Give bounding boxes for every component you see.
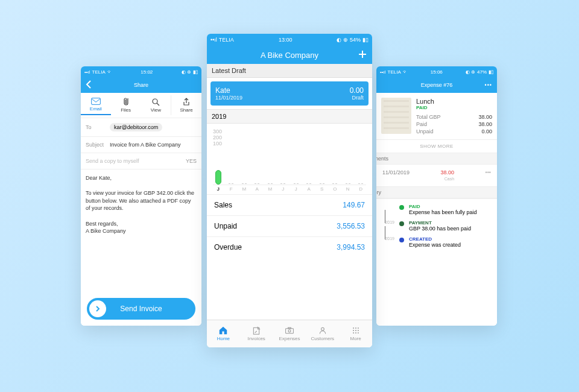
battery-icon: ▮▯ bbox=[362, 37, 369, 43]
svg-line-2 bbox=[157, 103, 159, 106]
screen-title: Expense #76 bbox=[421, 82, 453, 88]
sales-chart: 300 200 100 JFMAMJJASOND bbox=[207, 124, 372, 194]
tab-invoices[interactable]: Invoices bbox=[240, 320, 273, 347]
svg-point-15 bbox=[355, 332, 356, 334]
chart-bar bbox=[265, 148, 276, 185]
share-tabs: Email Files View Share bbox=[81, 93, 201, 118]
tab-email[interactable]: Email bbox=[81, 95, 111, 115]
tab-home[interactable]: Home bbox=[207, 320, 240, 347]
navbar: Share bbox=[81, 77, 201, 93]
add-icon[interactable] bbox=[358, 49, 367, 61]
svg-point-5 bbox=[288, 330, 291, 332]
svg-point-16 bbox=[357, 332, 358, 334]
timeline-item: 2019 PAYMENTGBP 38.00 has been paid bbox=[382, 220, 491, 232]
tab-expenses[interactable]: Expenses bbox=[273, 320, 306, 347]
status-badge: PAID bbox=[416, 105, 492, 110]
status-bar: ••ılTELIAᯤ 15:06 ◐ ⊕47%▮▯ bbox=[376, 66, 497, 77]
status-bar: ••ılTELIAᯤ 15:02 ◐ ⊕▮▯ bbox=[81, 66, 201, 77]
svg-point-8 bbox=[353, 327, 354, 329]
tab-view[interactable]: View bbox=[141, 95, 171, 115]
chart-bar bbox=[226, 148, 237, 185]
timeline-item: 2019 CREATEDExpense was created bbox=[382, 236, 491, 248]
unpaid-row[interactable]: Unpaid 3,556.53 bbox=[207, 215, 372, 236]
sales-row[interactable]: Sales 149.67 bbox=[207, 194, 372, 215]
dot-icon bbox=[399, 221, 404, 226]
wifi-icon: ᯤ bbox=[107, 69, 112, 75]
subject-field[interactable]: Subject Invoice from A Bike Company bbox=[81, 137, 201, 153]
clock: 13:00 bbox=[279, 37, 293, 43]
year-header: 2019 bbox=[207, 109, 372, 124]
clock: 15:06 bbox=[431, 69, 443, 75]
chart-bar bbox=[291, 148, 302, 185]
home-screen: ••ılTELIA 13:00 ◐ ⊕54%▮▯ A Bike Company … bbox=[207, 34, 372, 347]
navbar: A Bike Company bbox=[207, 46, 372, 64]
svg-point-13 bbox=[357, 330, 358, 331]
expense-header: Lunch PAID Total GBP38.00 Paid38.00 Unpa… bbox=[376, 93, 497, 139]
svg-point-9 bbox=[355, 327, 356, 329]
chart-bar bbox=[278, 148, 289, 185]
more-icon[interactable]: ••• bbox=[485, 82, 492, 88]
timeline: 2019 PAIDExpense has been fully paid 201… bbox=[376, 198, 497, 258]
navbar: Expense #76 ••• bbox=[376, 77, 497, 93]
svg-rect-4 bbox=[286, 329, 294, 334]
chart-bar bbox=[239, 148, 250, 185]
screen-title: Share bbox=[134, 82, 148, 88]
to-field[interactable]: To kar@debitoor.com bbox=[81, 118, 201, 137]
row-more-icon[interactable]: ••• bbox=[486, 169, 491, 182]
expense-screen: ••ılTELIAᯤ 15:06 ◐ ⊕47%▮▯ Expense #76 ••… bbox=[376, 66, 497, 326]
clock: 15:02 bbox=[141, 69, 153, 75]
receipt-thumbnail[interactable] bbox=[381, 98, 411, 134]
company-title: A Bike Company bbox=[261, 51, 318, 60]
timeline-item: 2019 PAIDExpense has been fully paid bbox=[382, 204, 491, 215]
tab-customers[interactable]: Customers bbox=[306, 320, 339, 347]
svg-point-1 bbox=[153, 99, 157, 104]
svg-point-11 bbox=[353, 330, 354, 331]
dot-icon bbox=[399, 238, 404, 242]
send-copy-toggle[interactable]: Send a copy to myself YES bbox=[81, 153, 201, 169]
payment-row[interactable]: 11/01/2019 38.00 Cash ••• bbox=[376, 165, 497, 187]
chart-bar bbox=[343, 148, 353, 185]
battery-icon: ▮▯ bbox=[489, 69, 493, 75]
tab-more[interactable]: More bbox=[339, 320, 372, 347]
tab-share[interactable]: Share bbox=[171, 95, 201, 115]
chart-bar bbox=[213, 148, 224, 185]
svg-rect-0 bbox=[92, 98, 101, 105]
chart-bar bbox=[356, 148, 367, 185]
back-icon[interactable] bbox=[86, 80, 92, 90]
chevron-right-icon bbox=[89, 300, 106, 317]
svg-rect-3 bbox=[254, 327, 259, 334]
tab-bar: Home Invoices Expenses Customers More bbox=[207, 320, 372, 347]
history-header: History bbox=[376, 187, 497, 198]
latest-draft-header: Latest Draft bbox=[207, 64, 372, 78]
chart-bar bbox=[252, 148, 263, 185]
svg-point-7 bbox=[321, 327, 324, 330]
chart-bar bbox=[317, 148, 327, 185]
recipient-chip[interactable]: kar@debitoor.com bbox=[110, 123, 162, 131]
svg-point-14 bbox=[353, 332, 354, 334]
chart-bar bbox=[330, 148, 341, 185]
send-invoice-button[interactable]: Send Invoice bbox=[87, 298, 195, 320]
expense-title: Lunch bbox=[416, 98, 492, 105]
show-more-button[interactable]: SHOW MORE bbox=[376, 139, 497, 153]
status-bar: ••ılTELIA 13:00 ◐ ⊕54%▮▯ bbox=[207, 34, 372, 46]
svg-point-10 bbox=[357, 327, 358, 329]
svg-rect-6 bbox=[288, 327, 291, 329]
tab-files[interactable]: Files bbox=[111, 95, 141, 115]
payments-header: Payments bbox=[376, 153, 497, 165]
draft-card[interactable]: Kate 11/01/2019 0.00 Draft bbox=[210, 81, 369, 106]
dot-icon bbox=[399, 205, 404, 210]
email-body[interactable]: Dear Kate, To view your invoice for GBP … bbox=[81, 169, 201, 292]
chart-bar bbox=[304, 148, 315, 185]
battery-icon: ▮▯ bbox=[193, 69, 198, 75]
overdue-row[interactable]: Overdue 3,994.53 bbox=[207, 236, 372, 258]
svg-point-12 bbox=[355, 330, 356, 331]
share-screen: ••ılTELIAᯤ 15:02 ◐ ⊕▮▯ Share Email Files… bbox=[81, 66, 201, 326]
